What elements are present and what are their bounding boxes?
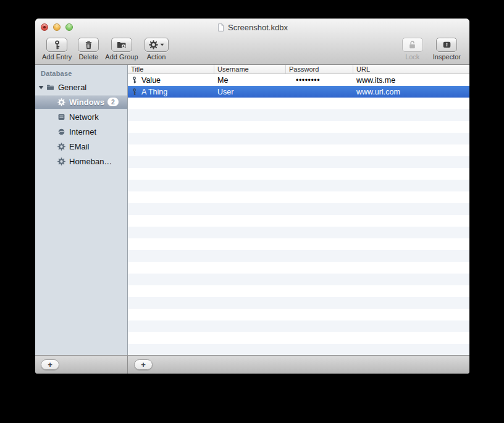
column-header-password[interactable]: Password — [286, 65, 353, 73]
action-label: Action — [147, 53, 166, 61]
info-icon — [442, 40, 452, 49]
entry-username: Me — [214, 74, 286, 86]
window-title: Screenshot.kdbx — [228, 23, 288, 32]
disclosure-triangle-icon[interactable] — [38, 85, 44, 90]
sidebar-item-label: Homeban… — [69, 157, 112, 166]
entry-title: Value — [141, 76, 161, 85]
add-entry-button[interactable]: Add Entry — [42, 38, 72, 61]
network-icon — [57, 113, 65, 121]
sidebar-item-label: Internet — [69, 127, 96, 136]
lock-label: Lock — [405, 53, 419, 61]
gear-icon — [57, 143, 65, 151]
folder-icon — [46, 83, 54, 91]
chevron-down-icon — [160, 43, 164, 47]
key-icon — [52, 40, 62, 49]
globe-icon — [57, 128, 65, 136]
add-entry-label: Add Entry — [42, 53, 72, 61]
sidebar-item-network[interactable]: Network — [35, 109, 127, 124]
table-body[interactable]: Value Me •••••••• www.its.me A Thing Use… — [128, 74, 469, 355]
bottom-bar-sidebar-section: + — [35, 356, 128, 374]
entry-url: www.its.me — [353, 74, 469, 86]
toolbar-left-group: Add Entry Delete Add Group Action — [42, 38, 169, 61]
window-controls — [41, 19, 73, 36]
title-proxy: Screenshot.kdbx — [217, 23, 288, 32]
app-window: Screenshot.kdbx Add Entry Delete Add Gro… — [35, 19, 469, 374]
folder-plus-icon — [117, 40, 126, 49]
zoom-button[interactable] — [65, 23, 73, 31]
lock-button[interactable]: Lock — [402, 38, 423, 61]
entry-count-badge: 2 — [107, 98, 119, 106]
column-header-username[interactable]: Username — [214, 65, 286, 73]
gear-icon — [57, 98, 65, 106]
inspector-label: Inspector — [433, 53, 461, 61]
trash-icon — [84, 40, 93, 49]
sidebar-item-homebanking[interactable]: Homeban… — [35, 154, 127, 169]
entry-username: User — [214, 86, 286, 98]
window-chrome: Screenshot.kdbx Add Entry Delete Add Gro… — [35, 19, 469, 65]
document-icon — [217, 23, 225, 31]
add-group-plus-button[interactable]: + — [41, 359, 59, 370]
table-header: Title Username Password URL — [128, 65, 469, 74]
sidebar-item-label: EMail — [69, 142, 90, 151]
sidebar-item-general[interactable]: General — [35, 80, 127, 94]
delete-label: Delete — [78, 53, 98, 61]
entry-url: www.url.com — [353, 86, 469, 98]
sidebar-item-internet[interactable]: Internet — [35, 124, 127, 139]
entry-title: A Thing — [141, 88, 167, 96]
entry-password-masked — [286, 86, 353, 98]
sidebar-section-header: Database — [35, 68, 127, 80]
titlebar[interactable]: Screenshot.kdbx — [35, 19, 469, 36]
gear-icon — [57, 157, 65, 165]
bottom-bar-table-section: + — [128, 356, 469, 374]
lock-open-icon — [408, 40, 417, 49]
close-button[interactable] — [41, 23, 48, 31]
add-group-label: Add Group — [105, 53, 138, 61]
minimize-button[interactable] — [53, 23, 61, 31]
entry-table: Title Username Password URL Value Me •••… — [128, 65, 469, 355]
sidebar-item-label: General — [58, 83, 86, 92]
column-header-title[interactable]: Title — [128, 65, 214, 73]
sidebar-item-label: Network — [69, 112, 99, 122]
sidebar-item-windows[interactable]: Windows 2 — [35, 95, 127, 109]
column-header-url[interactable]: URL — [353, 65, 469, 73]
action-menu-button[interactable]: Action — [145, 38, 169, 61]
sidebar-item-label: Windows — [69, 98, 104, 107]
delete-button[interactable]: Delete — [78, 38, 99, 61]
table-row-selected[interactable]: A Thing User www.url.com — [128, 86, 469, 98]
gear-icon — [149, 40, 158, 49]
add-group-button[interactable]: Add Group — [105, 38, 138, 61]
key-icon — [131, 76, 138, 84]
bottom-bar: + + — [35, 355, 469, 374]
inspector-button[interactable]: Inspector — [433, 38, 461, 61]
content-area: Database General Windows 2 Network Inter… — [35, 65, 469, 355]
toolbar-right-group: Lock Inspector — [402, 38, 461, 61]
modified-dot-icon — [43, 26, 45, 28]
sidebar: Database General Windows 2 Network Inter… — [35, 65, 128, 355]
sidebar-item-email[interactable]: EMail — [35, 139, 127, 154]
toolbar: Add Entry Delete Add Group Action — [35, 36, 469, 65]
key-icon — [131, 88, 138, 96]
table-row[interactable]: Value Me •••••••• www.its.me — [128, 74, 469, 86]
entry-password-masked: •••••••• — [286, 74, 353, 86]
add-entry-plus-button[interactable]: + — [134, 359, 153, 370]
